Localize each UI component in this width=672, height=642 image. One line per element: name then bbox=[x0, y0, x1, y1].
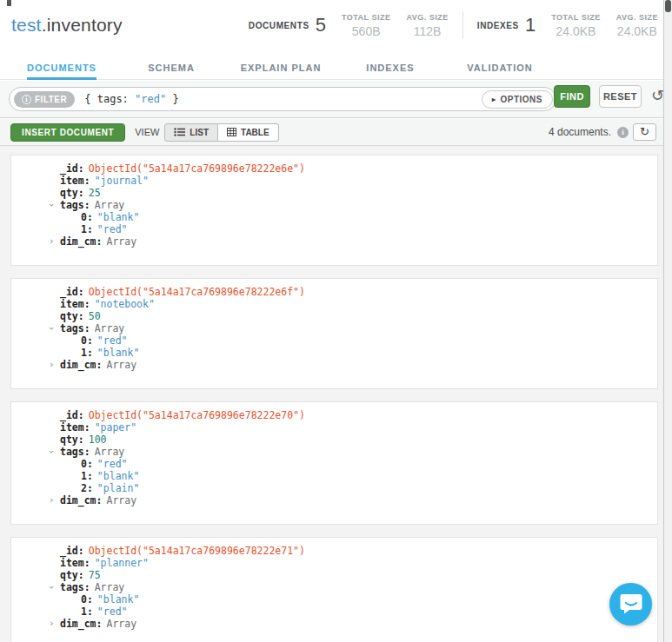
field-key: dim_cm: bbox=[60, 235, 102, 248]
field-key: item: bbox=[60, 557, 90, 569]
field-key: 0: bbox=[81, 458, 93, 470]
field-value: "paper" bbox=[95, 421, 136, 434]
document-card[interactable]: _id:ObjectId("5a14a17ca769896e78222e6e")… bbox=[10, 155, 658, 266]
view-table-button[interactable]: TABLE bbox=[218, 123, 279, 142]
document-field-row: ›tags:Array bbox=[11, 322, 657, 334]
documents-toolbar: INSERT DOCUMENT VIEW LIST TABL bbox=[0, 119, 663, 146]
view-switcher: LIST TABLE bbox=[164, 123, 278, 142]
field-key: 1: bbox=[81, 470, 93, 482]
tab-explain-plan[interactable]: EXPLAIN PLAN bbox=[226, 50, 336, 80]
field-key: dim_cm: bbox=[60, 618, 102, 630]
field-value: Array bbox=[95, 446, 125, 458]
document-field-row: 0:"red" bbox=[11, 334, 657, 347]
info-icon[interactable]: i bbox=[617, 127, 629, 138]
documents-stat-value: 5 bbox=[316, 14, 326, 36]
documents-avg-size: AVG. SIZE 112B bbox=[406, 13, 448, 38]
field-value: Array bbox=[95, 322, 125, 334]
field-key: 1: bbox=[81, 606, 93, 618]
expand-chevron-icon[interactable]: › bbox=[49, 618, 55, 630]
reset-button[interactable]: RESET bbox=[599, 85, 642, 108]
field-key: dim_cm: bbox=[60, 494, 102, 506]
document-field-row: qty:100 bbox=[11, 434, 657, 446]
document-list: _id:ObjectId("5a14a17ca769896e78222e6e")… bbox=[0, 146, 663, 642]
field-value: "planner" bbox=[95, 557, 149, 569]
tab-schema[interactable]: SCHEMA bbox=[116, 50, 226, 80]
field-key: item: bbox=[60, 175, 90, 187]
field-key: item: bbox=[60, 298, 90, 310]
field-value: 75 bbox=[89, 569, 101, 581]
compass-collection-view: test.inventory DOCUMENTS 5 TOTAL SIZE 56… bbox=[0, 0, 672, 642]
query-bar: i FILTER { tags: "red" } ▸ OPTIONS FIND … bbox=[0, 81, 663, 118]
options-caret-icon: ▸ bbox=[492, 96, 496, 103]
collapse-chevron-icon[interactable]: › bbox=[45, 585, 57, 591]
document-field-row: 1:"blank" bbox=[11, 347, 657, 359]
chat-launcher-button[interactable] bbox=[609, 583, 652, 625]
document-count: 4 documents. bbox=[549, 126, 611, 138]
field-key: qty: bbox=[60, 187, 84, 199]
field-value: Array bbox=[95, 199, 125, 211]
query-history-icon[interactable]: ↺ bbox=[651, 88, 664, 103]
field-key: 0: bbox=[81, 334, 93, 347]
document-field-row: 0:"red" bbox=[11, 458, 657, 470]
field-value: ObjectId("5a14a17ca769896e78222e6f") bbox=[89, 286, 305, 298]
field-value: "red" bbox=[97, 223, 128, 235]
indexes-stat-label: INDEXES bbox=[477, 21, 519, 30]
field-value: "blank" bbox=[97, 470, 139, 482]
filter-badge: i FILTER bbox=[14, 91, 75, 108]
document-card[interactable]: _id:ObjectId("5a14a17ca769896e78222e70")… bbox=[10, 401, 658, 525]
indexes-stat: INDEXES 1 bbox=[477, 14, 536, 36]
collapse-chevron-icon[interactable]: › bbox=[45, 326, 57, 332]
insert-document-button[interactable]: INSERT DOCUMENT bbox=[10, 123, 125, 142]
field-key: _id: bbox=[60, 286, 84, 298]
options-button[interactable]: ▸ OPTIONS bbox=[482, 90, 553, 109]
expand-chevron-icon[interactable]: › bbox=[49, 235, 55, 248]
document-field-row: _id:ObjectId("5a14a17ca769896e78222e6f") bbox=[11, 286, 657, 298]
document-field-row: 1:"blank" bbox=[11, 470, 657, 482]
tab-validation[interactable]: VALIDATION bbox=[445, 50, 555, 80]
find-button[interactable]: FIND bbox=[554, 85, 590, 108]
field-value: "blank" bbox=[97, 211, 139, 223]
document-field-row: ›dim_cm:Array bbox=[11, 494, 657, 506]
field-value: "red" bbox=[97, 606, 128, 618]
documents-stat: DOCUMENTS 5 bbox=[249, 14, 326, 36]
namespace-title: test.inventory bbox=[11, 15, 123, 36]
filter-info-icon: i bbox=[22, 95, 31, 104]
tab-indexes[interactable]: INDEXES bbox=[336, 50, 445, 80]
document-field-row: qty:25 bbox=[11, 187, 657, 199]
field-value: Array bbox=[106, 359, 136, 371]
field-value: Array bbox=[106, 494, 136, 506]
indexes-stat-value: 1 bbox=[525, 14, 536, 36]
tab-documents[interactable]: DOCUMENTS bbox=[7, 50, 116, 80]
document-field-row: item:"journal" bbox=[11, 175, 657, 187]
refresh-button[interactable]: ↻ bbox=[633, 123, 656, 141]
collapse-chevron-icon[interactable]: › bbox=[45, 202, 57, 208]
toolbar-right-group: 4 documents. i ↻ bbox=[549, 123, 656, 141]
filter-query-text[interactable]: { tags: "red" } bbox=[84, 93, 178, 105]
field-key: qty: bbox=[60, 569, 84, 581]
document-field-row: ›tags:Array bbox=[11, 446, 657, 458]
field-value: "blank" bbox=[97, 593, 139, 606]
top-left-artifact bbox=[7, 0, 11, 6]
view-list-button[interactable]: LIST bbox=[164, 123, 218, 142]
documents-total-size: TOTAL SIZE 560B bbox=[342, 13, 391, 38]
field-key: 0: bbox=[81, 211, 93, 223]
document-field-row: ›tags:Array bbox=[11, 581, 657, 593]
document-card[interactable]: _id:ObjectId("5a14a17ca769896e78222e6f")… bbox=[10, 278, 658, 389]
collection-header: test.inventory DOCUMENTS 5 TOTAL SIZE 56… bbox=[0, 0, 663, 50]
field-value: "blank" bbox=[97, 347, 139, 359]
filter-input[interactable]: i FILTER { tags: "red" } ▸ OPTIONS bbox=[9, 87, 556, 111]
field-key: item: bbox=[60, 421, 90, 434]
field-key: tags: bbox=[60, 581, 90, 593]
expand-chevron-icon[interactable]: › bbox=[49, 494, 55, 506]
field-key: qty: bbox=[60, 310, 84, 322]
vertical-scrollbar[interactable] bbox=[663, 0, 672, 642]
field-value: Array bbox=[95, 581, 125, 593]
scrollbar-thumb[interactable] bbox=[665, 0, 671, 12]
document-card[interactable]: _id:ObjectId("5a14a17ca769896e78222e71")… bbox=[10, 537, 658, 642]
field-key: _id: bbox=[60, 545, 84, 557]
expand-chevron-icon[interactable]: › bbox=[49, 359, 55, 371]
collapse-chevron-icon[interactable]: › bbox=[45, 449, 57, 455]
document-field-row: ›dim_cm:Array bbox=[11, 618, 657, 630]
field-key: 0: bbox=[81, 593, 93, 606]
document-field-row: item:"planner" bbox=[11, 557, 657, 569]
